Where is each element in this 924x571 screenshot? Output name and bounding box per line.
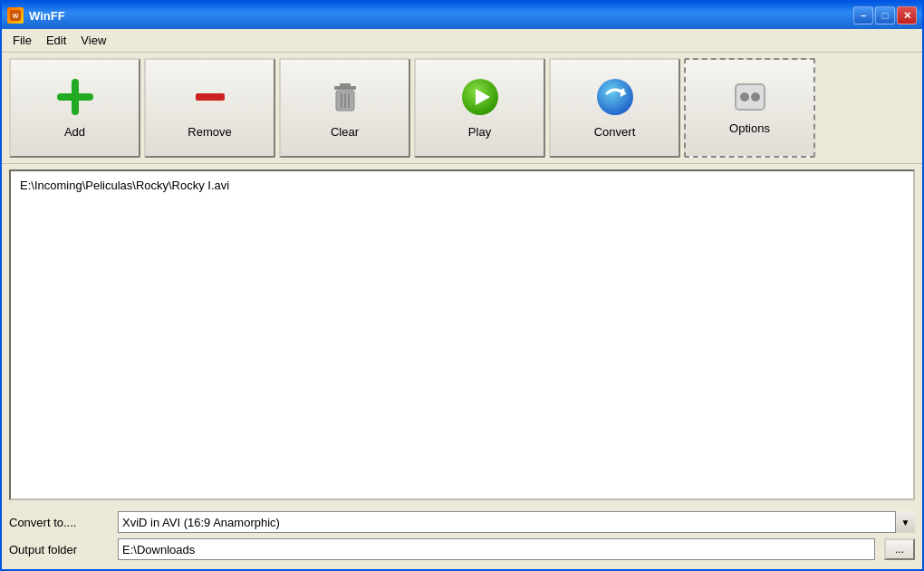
convert-to-select-wrapper: XviD in AVI (16:9 Anamorphic) XviD in AV… [118,511,915,533]
options-icon [730,81,770,116]
output-folder-label: Output folder [9,543,109,556]
play-icon [460,77,500,120]
menu-edit[interactable]: Edit [39,32,73,49]
svg-point-13 [597,79,633,115]
app-icon: W [7,7,24,24]
menu-file[interactable]: File [5,32,39,49]
convert-to-select[interactable]: XviD in AVI (16:9 Anamorphic) XviD in AV… [118,511,915,533]
add-label: Add [64,125,85,139]
convert-button[interactable]: Convert [549,58,680,158]
main-window: W WinFF – □ ✕ File Edit View Add [0,0,924,571]
svg-rect-6 [340,83,351,87]
output-folder-row: Output folder ... [9,538,915,560]
window-controls: – □ ✕ [853,6,917,24]
convert-to-row: Convert to.... XviD in AVI (16:9 Anamorp… [9,511,915,533]
title-bar: W WinFF – □ ✕ [2,2,922,29]
menu-bar: File Edit View [2,29,922,53]
remove-button[interactable]: Remove [144,58,275,158]
remove-label: Remove [188,125,231,139]
browse-button[interactable]: ... [884,538,915,560]
minimize-button[interactable]: – [853,6,873,24]
play-button[interactable]: Play [414,58,545,158]
svg-point-16 [740,92,749,102]
output-folder-input[interactable] [118,538,875,560]
close-button[interactable]: ✕ [897,6,917,24]
clear-icon [325,77,365,120]
clear-label: Clear [331,125,359,139]
bottom-controls: Convert to.... XviD in AVI (16:9 Anamorp… [2,506,922,569]
toolbar: Add Remove [2,53,922,164]
svg-point-17 [751,92,760,102]
file-list: E:\Incoming\Peliculas\Rocky\Rocky I.avi [9,169,915,500]
menu-view[interactable]: View [73,32,113,49]
options-button[interactable]: Options [684,58,815,158]
maximize-button[interactable]: □ [875,6,895,24]
convert-to-label: Convert to.... [9,516,109,529]
add-button[interactable]: Add [9,58,140,158]
clear-button[interactable]: Clear [279,58,410,158]
list-item[interactable]: E:\Incoming\Peliculas\Rocky\Rocky I.avi [16,177,908,194]
play-label: Play [468,125,491,139]
svg-rect-4 [196,93,225,101]
winff-logo-icon: W [7,7,24,24]
svg-text:W: W [13,13,19,19]
window-title: WinFF [29,9,853,23]
options-label: Options [729,121,770,135]
convert-label: Convert [594,125,636,139]
convert-icon [595,77,635,120]
add-icon [55,77,95,120]
svg-rect-15 [736,84,765,110]
remove-icon [190,77,230,120]
